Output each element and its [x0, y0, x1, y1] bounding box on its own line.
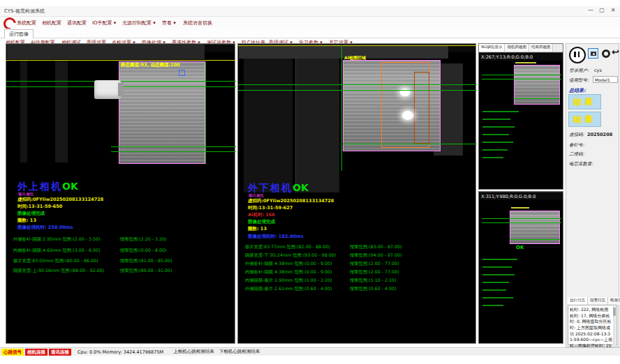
- mid-image-top-band: [239, 46, 448, 59]
- preview-bottom-text-line: [482, 305, 503, 306]
- log-scrollbar[interactable]: [613, 306, 616, 345]
- pause-icon: [574, 52, 576, 57]
- mid-image-structure: [244, 59, 293, 192]
- measurement-text: 内侧卷针-隔膜:4.38mm 范围:(0.00 - 9.00): [245, 269, 332, 275]
- mid-time: 时间:13-31-59-627: [248, 205, 293, 211]
- lens-button[interactable]: [602, 50, 610, 58]
- mid-guide-line-vertical: [341, 45, 342, 171]
- result-box-lower: 结果: [568, 112, 601, 127]
- log-tab-detect[interactable]: 检测日志: [608, 297, 620, 305]
- mid-ai-elapsed: AI耗时: 166: [248, 212, 275, 218]
- tab-run-image[interactable]: 运行图像: [4, 29, 34, 39]
- left-blue-marker: [179, 70, 185, 76]
- alarm-range-text: 报警范围:(81.00 - 85.00): [120, 258, 172, 264]
- log-tabstrip: 运行日志 报警日志 检测日志: [568, 297, 619, 305]
- alarm-range-text: 报警范围:(1.10 - 2.10): [350, 278, 397, 284]
- camera-capture-button[interactable]: [588, 48, 598, 59]
- pause-button[interactable]: [569, 47, 586, 63]
- preview-top-micro-label: [515, 62, 536, 63]
- preview-tab-result[interactable]: 结果内视图: [529, 44, 554, 52]
- preview-bottom-text-line: [482, 282, 509, 283]
- menu-system-config[interactable]: 系统配置: [17, 20, 36, 26]
- left-camera-ok: OK: [62, 181, 78, 192]
- left-elapsed: 图像处理耗时: 258.00ms: [17, 225, 73, 231]
- log-tab-run[interactable]: 运行日志: [568, 297, 588, 305]
- left-image-streak: [20, 61, 27, 162]
- app-window: CYS-视觉检测系统 — ▢ ✕ 系统配置 相机配置 通讯配置 IO手配置 ▾ …: [0, 0, 620, 364]
- maximize-button[interactable]: ▢: [596, 7, 607, 13]
- mid-ai-region-label: AI检测区域: [344, 55, 366, 61]
- left-guide-line: [6, 81, 236, 82]
- menu-view[interactable]: 查看 ▾: [162, 20, 176, 26]
- preview-top-guide-line: [482, 75, 561, 75]
- alarm-range-text: 报警范围:(2.00 - 77.00): [350, 261, 399, 267]
- measurement-row: 极片宽度:83.77mm 范围:(82.00 - 88.00) 报警范围:(83…: [238, 244, 475, 251]
- preview-tab-camera[interactable]: 相机内视图: [505, 44, 529, 52]
- log-textarea[interactable]: 耗时: 222, 网络检测耗时: 17, 网络分类耗时: 0, 网络提取分区耗时…: [568, 305, 617, 345]
- measurement-text: 内侧卷针-隔膜:4.60mm 范围:(3.00 - 6.00): [13, 248, 100, 254]
- menu-comm-config[interactable]: 通讯配置: [67, 20, 87, 26]
- menu-language-switch[interactable]: 系统语言切换: [183, 20, 212, 26]
- measurement-text: 极片宽度:83.77mm 范围:(82.00 - 88.00): [245, 244, 330, 250]
- measurement-row: 内侧卷针-隔膜:4.60mm 范围:(3.00 - 6.00) 报警范围:(0.…: [6, 248, 235, 255]
- menu-camera-config[interactable]: 相机配置: [42, 20, 61, 26]
- mid-camera-name: 外下相机: [248, 182, 293, 193]
- exit-arrow-button[interactable]: ↩: [612, 47, 619, 57]
- left-turns: 圈数: 13: [17, 218, 36, 224]
- mid-output-attr: 输出属性: [249, 193, 264, 198]
- preview-bottom-guide-line: [482, 222, 561, 223]
- mid-image-structure: [295, 59, 339, 192]
- measurement-text: 外侧隔膜-极片:2.61mm 范围:(0.60 - 4.00): [245, 286, 332, 292]
- preview-tab-ng[interactable]: NG缺陷显示: [479, 44, 505, 52]
- menu-bar: 系统配置 相机配置 通讯配置 IO手配置 ▾ 光源控制配置 ▾ 查看 ▾ 系统语…: [0, 17, 620, 29]
- preview-top-text-line: [482, 119, 510, 120]
- menu-io-config[interactable]: IO手配置 ▾: [92, 20, 116, 26]
- upper-camera-heartbeat: 上相机心跳检测结果: [173, 349, 214, 355]
- preview-top-text-line: [482, 149, 508, 151]
- preview-top-guide-line: [482, 79, 561, 79]
- bottom-status-bar: 心跳信号 相机连接 通讯连接 Cpu: 0.0% Memory: 3424.41…: [0, 347, 620, 356]
- minimize-button[interactable]: —: [585, 7, 596, 13]
- mid-guide-line: [238, 90, 477, 91]
- preview-bottom-coord-bar: X:311;Y:980;R:0;G:0;B:0: [479, 192, 563, 200]
- cpu-memory-text: Cpu: 0.0% Memory: 3424.41796875M: [78, 349, 163, 355]
- result-box-upper: 结果: [568, 94, 601, 109]
- preview-top-guide-line: [514, 98, 560, 99]
- left-connector-part: [94, 80, 121, 99]
- log-scroll-thumb[interactable]: [613, 308, 616, 316]
- left-time: 时间:13-31-59-650: [17, 204, 62, 210]
- qr-label: 二维码:: [569, 151, 584, 158]
- preview-top-panel: NG缺陷显示 相机内视图 结果内视图 X:267;Y:13;R:0;G:0;B:…: [478, 43, 563, 190]
- menu-light-config[interactable]: 光源控制配置 ▾: [122, 20, 156, 26]
- left-part-image: [119, 61, 205, 164]
- preview-top-text-line: [482, 157, 503, 158]
- alarm-range-text: 报警范围:(94.00 - 97.00): [350, 252, 402, 259]
- measurement-text: 极片宽度:83.05mm 范围:(80.00 - 86.00): [13, 258, 98, 264]
- left-guide-line-vertical: [205, 62, 206, 164]
- close-button[interactable]: ✕: [607, 7, 619, 13]
- camera-link-badge: 相机连接: [25, 349, 47, 356]
- left-guide-line: [111, 151, 236, 152]
- measurement-row: 内侧隔膜-极片:1.90mm 范围:(1.00 - 2.20) 报警范围:(1.…: [238, 278, 475, 285]
- vcode-value: 20250208: [587, 132, 612, 137]
- vcode-label: 虚拟码:: [569, 132, 584, 138]
- comm-link-badge: 通讯连接: [49, 349, 71, 356]
- measurement-row: 内侧卷针-隔膜:4.38mm 范围:(0.00 - 9.00) 报警范围:(2.…: [238, 269, 475, 276]
- measurement-row: 外侧卷针-隔膜:2.95mm 范围:(2.00 - 3.50) 报警范围:(2.…: [6, 236, 235, 243]
- model-select[interactable]: Model1: [593, 76, 618, 83]
- left-status: 图像处理完成: [17, 211, 45, 217]
- total-result-label: 总结果:: [569, 87, 586, 94]
- measurement-row: 外侧卷针-隔膜:4.38mm 范围:(0.00 - 9.00) 报警范围:(2.…: [238, 261, 475, 268]
- measurement-text: 外侧卷针-隔膜:2.95mm 范围:(2.00 - 3.50): [13, 236, 100, 243]
- alarm-range-text: 报警范围:(0.60 - 4.00): [350, 286, 397, 292]
- preview-bottom-text-line: [482, 289, 506, 291]
- mid-turns: 圈数: 13: [248, 226, 267, 232]
- mid-guide-line: [343, 144, 477, 144]
- stock-label: 电芯库数量:: [569, 161, 593, 167]
- login-user-value: cys: [594, 68, 602, 73]
- camera-lens-dot: [593, 53, 595, 55]
- preview-bottom-ok: OK: [516, 245, 524, 250]
- preview-bottom-guide-line: [482, 218, 561, 219]
- left-connector-tip: [118, 83, 124, 96]
- log-tab-alarm[interactable]: 报警日志: [588, 297, 608, 305]
